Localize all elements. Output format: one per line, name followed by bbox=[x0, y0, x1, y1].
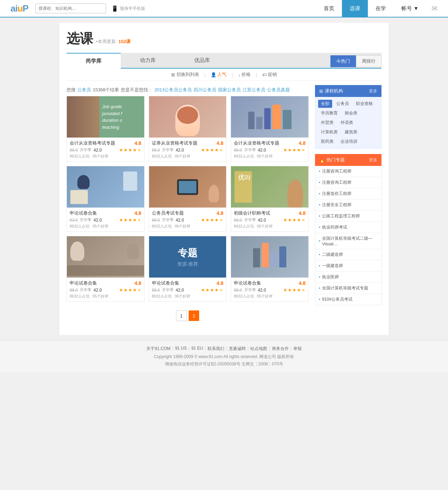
course-thumb-8: 专题 资源·推荐 bbox=[149, 236, 226, 278]
grid-icon: ⊞ bbox=[171, 72, 175, 77]
search-input[interactable] bbox=[36, 6, 106, 11]
course-card-9[interactable]: 申论试卷合集 4.8 88.0 开学季 42.0 ★★★★★ 8 bbox=[231, 236, 309, 302]
course-info-4: 申论试卷合集 4.8 63.0 开学季 42.0 ★★★★★ 8 bbox=[67, 208, 144, 231]
course-card-1[interactable]: Job guide provided f duration o teaching… bbox=[66, 96, 145, 162]
hot-item-4[interactable]: • 注册安全工程师 bbox=[315, 200, 381, 211]
course-card-3[interactable]: 会计从业资格考试专题 4.8 88.0 开学季 42.0 ★★★★★ bbox=[231, 96, 309, 162]
hot-item-7[interactable]: • 全国计算机等级考试二级—Visual… bbox=[315, 233, 381, 249]
filter-list[interactable]: ⊞ 切换到列表 bbox=[171, 71, 199, 78]
hot-item-6[interactable]: • 执业药师考试 bbox=[315, 222, 381, 233]
hot-item-10[interactable]: • 执业医师 bbox=[315, 272, 381, 283]
course-info-7: 申论试卷合集 4.8 88.0 开学季 42.0 ★★★★★ 8 bbox=[67, 278, 144, 301]
footer-link-contact[interactable]: 联系我们 bbox=[208, 346, 224, 352]
result-count: 15368个结果 bbox=[93, 87, 119, 93]
tag-cj[interactable]: 财会类 bbox=[342, 109, 360, 117]
suggest-2[interactable]: 四川公务员 bbox=[194, 87, 216, 93]
page-btn-2[interactable]: 2 bbox=[189, 310, 199, 321]
course-rating-5: 4.8 bbox=[217, 210, 223, 216]
filter-promo[interactable]: 🏷 促销 bbox=[262, 71, 277, 78]
course-rating-3: 4.8 bbox=[299, 140, 306, 146]
price-sale-1: 42.0 bbox=[93, 148, 102, 153]
footer-link-sitemap[interactable]: 站点地图 bbox=[250, 346, 267, 352]
hot-item-3[interactable]: • 注册造价工程师 bbox=[315, 188, 381, 200]
hot-item-8[interactable]: • 二级建造师 bbox=[315, 249, 381, 260]
course-thumb-7 bbox=[67, 236, 144, 278]
tag-yy[interactable]: 医药类 bbox=[318, 138, 336, 146]
grid-icon-sidebar: ⊞ bbox=[319, 89, 323, 94]
tag-zy[interactable]: 职业资格 bbox=[353, 100, 376, 108]
hot-item-9[interactable]: • 一级建造师 bbox=[315, 260, 381, 272]
suggest-1[interactable]: 2013公务员公务员 bbox=[154, 87, 192, 93]
hot-list: • 注册咨询工程师 • 注册咨询工程师 • 注册造价工程师 • 注册安全工程师 bbox=[315, 166, 382, 305]
filter-bar: ⊞ 切换到列表 | 👤 人气 | ↓ 价格 | 🏷 促销 bbox=[66, 69, 382, 81]
tabs-bar: 尚学库 动力库 优品库 今热门 周排行 bbox=[66, 53, 382, 69]
tag-jsj[interactable]: 计算机类 bbox=[318, 128, 341, 136]
tab-you[interactable]: 优品库 bbox=[175, 53, 229, 68]
mail-icon[interactable]: ✉ bbox=[432, 4, 438, 13]
page-btn-1[interactable]: 1 bbox=[176, 310, 187, 321]
course-thumb-5 bbox=[149, 166, 226, 208]
course-name-6: 初级会计职称考试 bbox=[234, 210, 270, 216]
suggest-4[interactable]: 江苏公务员 bbox=[243, 87, 265, 93]
course-info-9: 申论试卷合集 4.8 88.0 开学季 42.0 ★★★★★ 8 bbox=[231, 278, 308, 301]
nav-home[interactable]: 首页 bbox=[316, 0, 342, 17]
tag-jz[interactable]: 建筑类 bbox=[342, 128, 360, 136]
tag-wy[interactable]: 外语类 bbox=[338, 119, 356, 127]
course-card-8[interactable]: 专题 资源·推荐 申论试卷合集 4.8 68.0 开学季 42.0 bbox=[149, 236, 227, 302]
hot-item-11[interactable]: • 全国计算机等级考试专题 bbox=[315, 283, 381, 294]
course-card-5[interactable]: 公务员考试专题 4.8 68.0 开学季 42.0 ★★★★★ bbox=[149, 166, 227, 232]
search-keyword[interactable]: 公务员 bbox=[77, 87, 91, 93]
filter-price[interactable]: ↓ 价格 bbox=[238, 71, 251, 78]
footer-link-report[interactable]: 举报 bbox=[293, 346, 302, 352]
course-name-1: 会计从业资格考试专题 bbox=[70, 140, 115, 146]
course-name-4: 申论试卷合集 bbox=[70, 210, 97, 216]
course-card-6[interactable]: 优라 初级会计职称考试 4.8 88.0 开学季 42.0 ★★★★★ bbox=[231, 166, 309, 232]
tag-wm[interactable]: 外贸类 bbox=[318, 119, 336, 127]
hot-item-1[interactable]: • 注册咨询工程师 bbox=[315, 166, 381, 177]
course-rating-7: 4.8 bbox=[134, 280, 141, 286]
tag-all[interactable]: 全部 bbox=[318, 100, 332, 108]
footer-link-recruit[interactable]: 意募诚聘 bbox=[229, 346, 246, 352]
course-rating-9: 4.8 bbox=[299, 280, 306, 286]
course-card-2[interactable]: 证券从业资格考试专题 4.8 68.0 开学季 42.0 ★★★★★ bbox=[149, 96, 227, 162]
pagination: 1 2 bbox=[66, 310, 309, 324]
tab-shang[interactable]: 尚学库 bbox=[66, 53, 121, 69]
tab-dong[interactable]: 动力库 bbox=[121, 53, 175, 68]
tag-xl[interactable]: 学历教育 bbox=[318, 109, 341, 117]
course-rating-2: 4.8 bbox=[217, 140, 223, 146]
logo[interactable]: aiuP bbox=[10, 3, 28, 14]
suggest-3[interactable]: 国家公务员 bbox=[218, 87, 241, 93]
nav-studying[interactable]: 在学 bbox=[368, 0, 394, 17]
result-info: 您搜 公务员 15368个结果 您是不是想找： 2013公务员公务员 四川公务员… bbox=[66, 85, 309, 96]
nav-account[interactable]: 帐号 ▼ bbox=[394, 0, 426, 17]
filter-popularity[interactable]: 👤 人气 bbox=[211, 71, 226, 78]
tag-gwy[interactable]: 公务员 bbox=[334, 100, 352, 108]
footer-link-eu[interactable]: 91 EU bbox=[191, 346, 203, 352]
hot-item-5[interactable]: • 公路工程监理工程师 bbox=[315, 211, 381, 222]
footer-link-us[interactable]: 91 US bbox=[175, 346, 187, 352]
org-more[interactable]: 更多 bbox=[369, 88, 377, 94]
course-card-4[interactable]: 申论试卷合集 4.8 63.0 开学季 42.0 ★★★★★ 8 bbox=[66, 166, 145, 232]
mobile-link[interactable]: 📱 随身学手机版 bbox=[111, 5, 145, 12]
footer-link-about[interactable]: 关于91.COM bbox=[146, 346, 170, 352]
course-rating-1: 4.8 bbox=[134, 140, 141, 146]
fire-icon: 🔥 bbox=[319, 158, 325, 163]
course-thumb-4 bbox=[67, 166, 144, 208]
suggest-5[interactable]: 公务员真题 bbox=[267, 87, 290, 93]
footer: 关于91.COM | 91 US | 91 EU | 联系我们 | 意募诚聘 |… bbox=[0, 340, 448, 372]
tab-hot[interactable]: 今热门 bbox=[330, 55, 356, 67]
course-info-3: 会计从业资格考试专题 4.8 88.0 开学季 42.0 ★★★★★ bbox=[231, 138, 308, 161]
course-name-3: 会计从业资格考试专题 bbox=[234, 140, 279, 146]
tab-week[interactable]: 周排行 bbox=[356, 55, 382, 67]
course-rating-8: 4.8 bbox=[217, 280, 223, 286]
hot-more[interactable]: 更多 bbox=[369, 157, 377, 163]
course-card-7[interactable]: 申论试卷合集 4.8 88.0 开学季 42.0 ★★★★★ 8 bbox=[66, 236, 145, 302]
footer-icp: 增值电信业务经营许可证B2-20050038号 文网文〔2008〕070号 bbox=[0, 361, 448, 367]
tag-qy[interactable]: 企业培训 bbox=[338, 138, 360, 146]
nav-courses[interactable]: 选课 bbox=[342, 0, 368, 17]
hot-item-12[interactable]: • 910#公务员考试 bbox=[315, 294, 381, 305]
hot-item-2[interactable]: • 注册咨询工程师 bbox=[315, 177, 381, 188]
footer-link-biz[interactable]: 商务合作 bbox=[272, 346, 289, 352]
course-thumb-6: 优라 bbox=[231, 166, 308, 208]
course-thumb-3 bbox=[231, 96, 308, 138]
